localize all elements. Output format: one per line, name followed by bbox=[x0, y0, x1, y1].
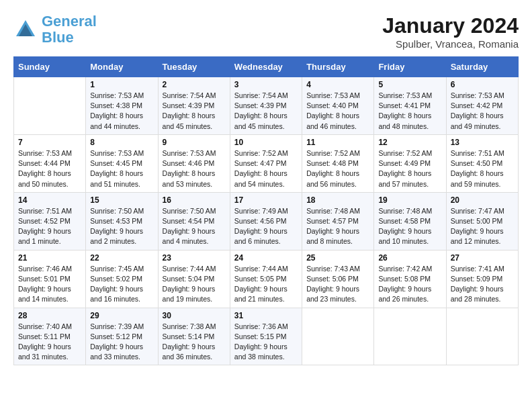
day-number: 2 bbox=[163, 80, 226, 89]
day-info: Sunrise: 7:45 AM Sunset: 5:02 PM Dayligh… bbox=[90, 264, 153, 305]
day-info: Sunrise: 7:50 AM Sunset: 4:53 PM Dayligh… bbox=[90, 206, 153, 247]
day-cell: 20Sunrise: 7:47 AM Sunset: 5:00 PM Dayli… bbox=[446, 192, 518, 250]
day-number: 14 bbox=[18, 195, 81, 205]
day-info: Sunrise: 7:39 AM Sunset: 5:12 PM Dayligh… bbox=[90, 322, 153, 363]
day-number: 26 bbox=[378, 253, 441, 263]
day-info: Sunrise: 7:40 AM Sunset: 5:11 PM Dayligh… bbox=[18, 322, 81, 363]
column-header-sunday: Sunday bbox=[14, 57, 86, 77]
day-info: Sunrise: 7:44 AM Sunset: 5:04 PM Dayligh… bbox=[163, 264, 226, 305]
day-cell: 17Sunrise: 7:49 AM Sunset: 4:56 PM Dayli… bbox=[230, 192, 302, 250]
day-info: Sunrise: 7:53 AM Sunset: 4:46 PM Dayligh… bbox=[163, 148, 226, 189]
day-cell: 11Sunrise: 7:52 AM Sunset: 4:48 PM Dayli… bbox=[302, 134, 374, 192]
day-cell bbox=[302, 308, 374, 365]
day-cell: 25Sunrise: 7:43 AM Sunset: 5:06 PM Dayli… bbox=[302, 250, 374, 308]
day-cell: 10Sunrise: 7:52 AM Sunset: 4:47 PM Dayli… bbox=[230, 134, 302, 192]
day-info: Sunrise: 7:46 AM Sunset: 5:01 PM Dayligh… bbox=[18, 264, 81, 305]
day-cell bbox=[446, 308, 518, 365]
day-number: 21 bbox=[18, 253, 81, 263]
day-info: Sunrise: 7:44 AM Sunset: 5:05 PM Dayligh… bbox=[234, 264, 298, 305]
day-cell bbox=[14, 77, 86, 135]
day-info: Sunrise: 7:48 AM Sunset: 4:58 PM Dayligh… bbox=[378, 206, 441, 247]
day-cell: 31Sunrise: 7:36 AM Sunset: 5:15 PM Dayli… bbox=[230, 308, 302, 365]
day-number: 18 bbox=[306, 195, 369, 205]
day-cell: 6Sunrise: 7:53 AM Sunset: 4:42 PM Daylig… bbox=[446, 77, 518, 135]
column-headers: SundayMondayTuesdayWednesdayThursdayFrid… bbox=[14, 57, 519, 77]
day-info: Sunrise: 7:51 AM Sunset: 4:52 PM Dayligh… bbox=[18, 206, 81, 247]
day-cell: 27Sunrise: 7:41 AM Sunset: 5:09 PM Dayli… bbox=[446, 250, 518, 308]
day-cell: 15Sunrise: 7:50 AM Sunset: 4:53 PM Dayli… bbox=[86, 192, 158, 250]
day-info: Sunrise: 7:51 AM Sunset: 4:50 PM Dayligh… bbox=[451, 148, 514, 189]
day-number: 16 bbox=[163, 195, 226, 205]
week-row-3: 14Sunrise: 7:51 AM Sunset: 4:52 PM Dayli… bbox=[14, 192, 519, 250]
day-cell: 18Sunrise: 7:48 AM Sunset: 4:57 PM Dayli… bbox=[302, 192, 374, 250]
day-info: Sunrise: 7:43 AM Sunset: 5:06 PM Dayligh… bbox=[306, 264, 369, 305]
day-number: 30 bbox=[163, 311, 226, 320]
column-header-thursday: Thursday bbox=[302, 57, 374, 77]
day-cell: 19Sunrise: 7:48 AM Sunset: 4:58 PM Dayli… bbox=[374, 192, 446, 250]
day-info: Sunrise: 7:41 AM Sunset: 5:09 PM Dayligh… bbox=[451, 264, 514, 305]
day-number: 3 bbox=[234, 80, 298, 89]
day-info: Sunrise: 7:53 AM Sunset: 4:44 PM Dayligh… bbox=[18, 148, 81, 189]
day-cell: 4Sunrise: 7:53 AM Sunset: 4:40 PM Daylig… bbox=[302, 77, 374, 135]
day-number: 8 bbox=[90, 138, 153, 147]
location: Spulber, Vrancea, Romania bbox=[382, 38, 519, 50]
day-cell: 22Sunrise: 7:45 AM Sunset: 5:02 PM Dayli… bbox=[86, 250, 158, 308]
day-info: Sunrise: 7:36 AM Sunset: 5:15 PM Dayligh… bbox=[234, 322, 298, 363]
day-info: Sunrise: 7:50 AM Sunset: 4:54 PM Dayligh… bbox=[163, 206, 226, 247]
day-number: 19 bbox=[378, 195, 441, 205]
day-info: Sunrise: 7:53 AM Sunset: 4:41 PM Dayligh… bbox=[378, 91, 441, 132]
day-number: 24 bbox=[234, 253, 298, 263]
day-info: Sunrise: 7:53 AM Sunset: 4:45 PM Dayligh… bbox=[90, 148, 153, 189]
day-number: 20 bbox=[451, 195, 514, 205]
day-info: Sunrise: 7:53 AM Sunset: 4:42 PM Dayligh… bbox=[451, 91, 514, 132]
day-number: 12 bbox=[378, 138, 441, 147]
day-number: 27 bbox=[451, 253, 514, 263]
week-row-1: 1Sunrise: 7:53 AM Sunset: 4:38 PM Daylig… bbox=[14, 77, 519, 135]
day-cell: 16Sunrise: 7:50 AM Sunset: 4:54 PM Dayli… bbox=[158, 192, 230, 250]
day-cell: 9Sunrise: 7:53 AM Sunset: 4:46 PM Daylig… bbox=[158, 134, 230, 192]
day-info: Sunrise: 7:52 AM Sunset: 4:49 PM Dayligh… bbox=[378, 148, 441, 189]
column-header-tuesday: Tuesday bbox=[158, 57, 230, 77]
day-cell: 30Sunrise: 7:38 AM Sunset: 5:14 PM Dayli… bbox=[158, 308, 230, 365]
day-number: 10 bbox=[234, 138, 298, 147]
day-cell: 23Sunrise: 7:44 AM Sunset: 5:04 PM Dayli… bbox=[158, 250, 230, 308]
logo-icon bbox=[13, 17, 38, 42]
day-number: 4 bbox=[306, 80, 369, 89]
title-block: January 2024 Spulber, Vrancea, Romania bbox=[382, 13, 519, 50]
day-cell: 26Sunrise: 7:42 AM Sunset: 5:08 PM Dayli… bbox=[374, 250, 446, 308]
day-number: 28 bbox=[18, 311, 81, 320]
week-row-4: 21Sunrise: 7:46 AM Sunset: 5:01 PM Dayli… bbox=[14, 250, 519, 308]
day-cell: 24Sunrise: 7:44 AM Sunset: 5:05 PM Dayli… bbox=[230, 250, 302, 308]
day-info: Sunrise: 7:49 AM Sunset: 4:56 PM Dayligh… bbox=[234, 206, 298, 247]
day-cell: 8Sunrise: 7:53 AM Sunset: 4:45 PM Daylig… bbox=[86, 134, 158, 192]
page-header: GeneralBlue January 2024 Spulber, Vrance… bbox=[13, 13, 519, 50]
day-info: Sunrise: 7:54 AM Sunset: 4:39 PM Dayligh… bbox=[234, 91, 298, 132]
day-info: Sunrise: 7:53 AM Sunset: 4:38 PM Dayligh… bbox=[90, 91, 153, 132]
day-cell: 1Sunrise: 7:53 AM Sunset: 4:38 PM Daylig… bbox=[86, 77, 158, 135]
logo: GeneralBlue bbox=[13, 13, 97, 46]
day-number: 22 bbox=[90, 253, 153, 263]
day-cell bbox=[374, 308, 446, 365]
column-header-saturday: Saturday bbox=[446, 57, 518, 77]
day-number: 25 bbox=[306, 253, 369, 263]
day-cell: 5Sunrise: 7:53 AM Sunset: 4:41 PM Daylig… bbox=[374, 77, 446, 135]
day-number: 29 bbox=[90, 311, 153, 320]
day-number: 23 bbox=[163, 253, 226, 263]
day-number: 31 bbox=[234, 311, 298, 320]
day-number: 11 bbox=[306, 138, 369, 147]
day-info: Sunrise: 7:53 AM Sunset: 4:40 PM Dayligh… bbox=[306, 91, 369, 132]
day-info: Sunrise: 7:38 AM Sunset: 5:14 PM Dayligh… bbox=[163, 322, 226, 363]
month-title: January 2024 bbox=[382, 13, 519, 38]
day-number: 9 bbox=[163, 138, 226, 147]
day-info: Sunrise: 7:52 AM Sunset: 4:47 PM Dayligh… bbox=[234, 148, 298, 189]
day-info: Sunrise: 7:42 AM Sunset: 5:08 PM Dayligh… bbox=[378, 264, 441, 305]
day-info: Sunrise: 7:48 AM Sunset: 4:57 PM Dayligh… bbox=[306, 206, 369, 247]
logo-text: GeneralBlue bbox=[42, 13, 97, 46]
day-info: Sunrise: 7:54 AM Sunset: 4:39 PM Dayligh… bbox=[163, 91, 226, 132]
day-cell: 28Sunrise: 7:40 AM Sunset: 5:11 PM Dayli… bbox=[14, 308, 86, 365]
day-cell: 3Sunrise: 7:54 AM Sunset: 4:39 PM Daylig… bbox=[230, 77, 302, 135]
day-info: Sunrise: 7:47 AM Sunset: 5:00 PM Dayligh… bbox=[451, 206, 514, 247]
day-cell: 2Sunrise: 7:54 AM Sunset: 4:39 PM Daylig… bbox=[158, 77, 230, 135]
day-cell: 7Sunrise: 7:53 AM Sunset: 4:44 PM Daylig… bbox=[14, 134, 86, 192]
day-cell: 29Sunrise: 7:39 AM Sunset: 5:12 PM Dayli… bbox=[86, 308, 158, 365]
